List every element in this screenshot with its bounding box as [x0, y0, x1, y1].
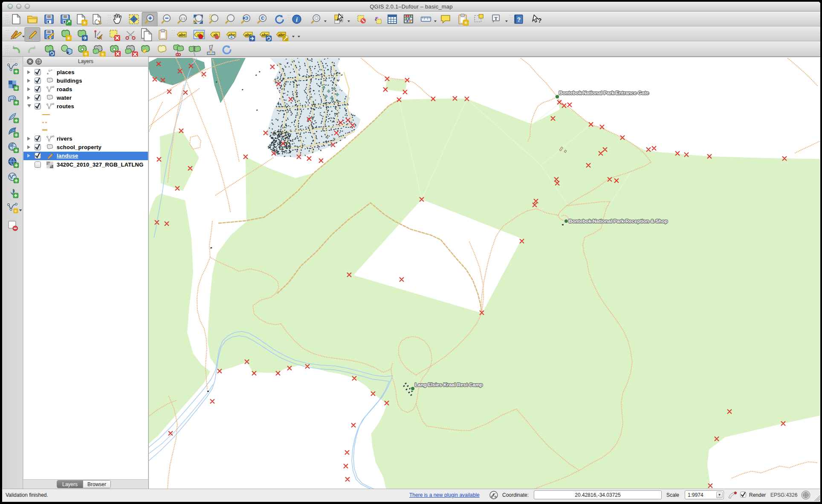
svg-text:Bontebok National Park Entranc: Bontebok National Park Entrance Gate — [559, 90, 649, 95]
svg-text:1:1: 1:1 — [181, 17, 185, 20]
svg-text:?: ? — [538, 17, 541, 24]
svg-text:✳: ✳ — [67, 35, 71, 41]
svg-text:abc: abc — [179, 33, 186, 37]
svg-text:?: ? — [517, 17, 521, 23]
svg-text:Lang Elsies Kraal Rest Camp: Lang Elsies Kraal Rest Camp — [415, 382, 483, 387]
svg-text:✳: ✳ — [100, 52, 104, 57]
svg-text:T: T — [494, 16, 498, 21]
svg-text:✳: ✳ — [82, 20, 87, 26]
svg-text:✳: ✳ — [84, 51, 88, 57]
svg-text:✳: ✳ — [14, 209, 17, 213]
svg-text:Bontebok National Park Recepti: Bontebok National Park Reception & Shop — [569, 219, 668, 224]
svg-text:✳: ✳ — [463, 20, 468, 26]
